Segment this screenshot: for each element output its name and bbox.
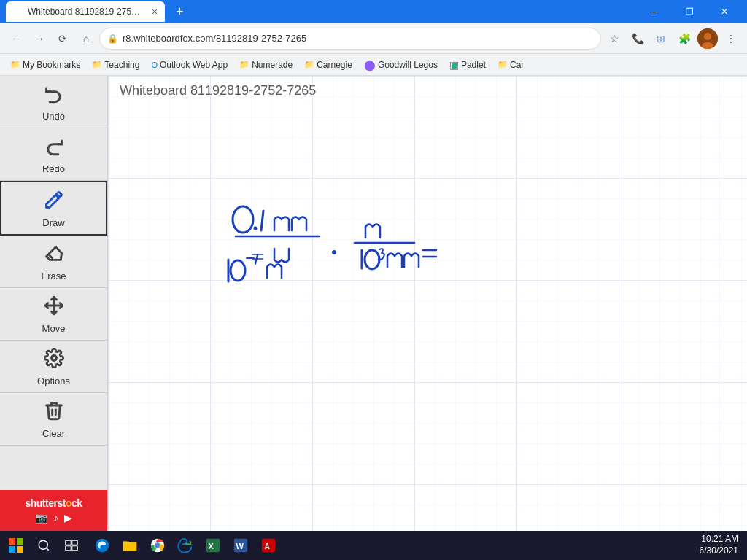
svg-point-20 (332, 250, 336, 254)
title-bar-controls: ─ ❐ ✕ (638, 0, 741, 23)
bookmark-my-bookmarks[interactable]: 📁 My Bookmarks (6, 58, 85, 71)
padlet-icon: ▣ (449, 59, 459, 71)
new-tab-button[interactable]: + (169, 1, 190, 22)
time-display: 10:21 AM (700, 534, 738, 545)
undo-icon (44, 83, 64, 108)
svg-point-23 (365, 250, 379, 269)
svg-line-31 (46, 548, 48, 550)
bookmark-carnegie[interactable]: 📁 Carnegie (300, 58, 357, 71)
clear-label: Clear (42, 428, 65, 439)
folder-icon: 📁 (92, 60, 102, 69)
svg-rect-33 (72, 540, 78, 545)
task-view-button[interactable] (58, 532, 85, 559)
lock-icon: 🔒 (107, 34, 118, 44)
windows-icon (9, 538, 23, 553)
move-icon (44, 295, 64, 320)
address-bar[interactable]: 🔒 r8.whiteboardfox.com/81192819-2752-726… (99, 28, 601, 50)
draw-label: Draw (42, 217, 64, 228)
refresh-button[interactable]: ⟳ (53, 28, 73, 49)
trash-icon (44, 400, 64, 425)
sidebar: Undo Redo Draw (0, 76, 108, 531)
edge-app[interactable] (89, 532, 115, 559)
edge-app2[interactable] (172, 532, 198, 559)
file-explorer-icon (122, 537, 138, 553)
move-button[interactable]: Move (0, 288, 107, 341)
draw-button[interactable]: Draw (0, 181, 107, 236)
svg-text:W: W (236, 542, 244, 551)
close-button[interactable]: ✕ (708, 0, 741, 23)
svg-point-11 (254, 227, 258, 230)
clear-button[interactable]: Clear (0, 393, 107, 446)
excel-icon: X (205, 537, 221, 553)
svg-rect-27 (17, 538, 23, 545)
taskbar: X W A 10:21 AM 6/30/2021 (0, 531, 747, 560)
bookmark-padlet[interactable]: ▣ Padlet (445, 58, 490, 72)
more-options-button[interactable]: ⋮ (721, 28, 741, 49)
gear-icon (44, 348, 64, 373)
bookmarks-bar: 📁 My Bookmarks 📁 Teaching O Outlook Web … (0, 54, 747, 76)
redo-label: Redo (42, 163, 65, 174)
options-button[interactable]: Options (0, 341, 107, 393)
undo-label: Undo (42, 111, 65, 122)
erase-label: Erase (42, 271, 66, 281)
whiteboard-canvas[interactable]: Whiteboard 81192819-2752-7265 (108, 76, 747, 531)
maximize-button[interactable]: ❐ (673, 0, 706, 23)
folder-icon: 📁 (498, 60, 508, 69)
redo-button[interactable]: Redo (0, 128, 107, 181)
bookmark-numerade[interactable]: 📁 Numerade (235, 58, 297, 71)
taskbar-apps: X W A (89, 532, 282, 559)
undo-button[interactable]: Undo (0, 76, 107, 128)
start-button[interactable] (3, 532, 29, 559)
shutterstock-icons: 📷 ♪ ▶ (35, 512, 72, 524)
tab-favicon-icon (13, 7, 23, 17)
search-button[interactable] (31, 532, 57, 559)
home-button[interactable]: ⌂ (76, 28, 96, 49)
redo-icon (44, 136, 64, 160)
chrome-icon (150, 537, 166, 553)
minimize-button[interactable]: ─ (638, 0, 671, 23)
music-icon: ♪ (53, 512, 58, 524)
word-icon: W (233, 537, 249, 553)
svg-rect-32 (66, 540, 71, 545)
word-app[interactable]: W (228, 532, 254, 559)
active-tab[interactable]: Whiteboard 81192819-2752-726 × (6, 1, 165, 22)
svg-rect-29 (17, 546, 23, 553)
pencil-icon (44, 190, 64, 214)
back-button[interactable]: ← (6, 28, 26, 49)
svg-line-12 (261, 211, 263, 230)
shutterstock-banner[interactable]: shutterstock 📷 ♪ ▶ (0, 490, 107, 531)
taskbar-right: 10:21 AM 6/30/2021 (700, 534, 744, 556)
svg-rect-1 (15, 8, 21, 15)
explorer-app[interactable] (117, 532, 143, 559)
outlook-icon: O (151, 61, 158, 69)
bookmark-label: Numerade (252, 60, 293, 70)
bookmark-label: Car (510, 60, 524, 70)
profile-avatar[interactable] (697, 28, 718, 49)
grid-icon-btn[interactable]: ⊞ (651, 28, 671, 49)
svg-point-3 (704, 33, 711, 40)
bookmark-star-button[interactable]: ☆ (604, 28, 624, 49)
title-bar: Whiteboard 81192819-2752-726 × + ─ ❐ ✕ (0, 0, 747, 23)
svg-text:A: A (265, 542, 271, 551)
bookmark-goodwill-legos[interactable]: ⬤ Goodwill Legos (360, 58, 442, 72)
extensions-button[interactable]: 🧩 (674, 28, 694, 49)
edge-icon (94, 537, 110, 553)
bookmark-car[interactable]: 📁 Car (493, 58, 528, 71)
chrome-app[interactable] (144, 532, 171, 559)
circle-icon: ⬤ (364, 59, 376, 71)
erase-button[interactable]: Erase (0, 236, 107, 288)
browser-toolbar: ← → ⟳ ⌂ 🔒 r8.whiteboardfox.com/81192819-… (0, 23, 747, 54)
close-tab-btn[interactable]: × (152, 6, 158, 18)
acrobat-app[interactable]: A (255, 532, 282, 559)
svg-rect-26 (9, 538, 15, 545)
excel-app[interactable]: X (200, 532, 226, 559)
video-icon: ▶ (64, 512, 72, 524)
phone-icon-btn[interactable]: 📞 (627, 28, 648, 49)
bookmark-label: Goodwill Legos (378, 60, 438, 70)
task-view-icon (65, 539, 78, 552)
svg-point-10 (233, 206, 253, 233)
bookmark-teaching[interactable]: 📁 Teaching (88, 58, 144, 71)
bookmark-outlook[interactable]: O Outlook Web App (147, 58, 232, 71)
toolbar-actions: ☆ 📞 ⊞ 🧩 ⋮ (604, 28, 741, 49)
forward-button[interactable]: → (29, 28, 50, 49)
